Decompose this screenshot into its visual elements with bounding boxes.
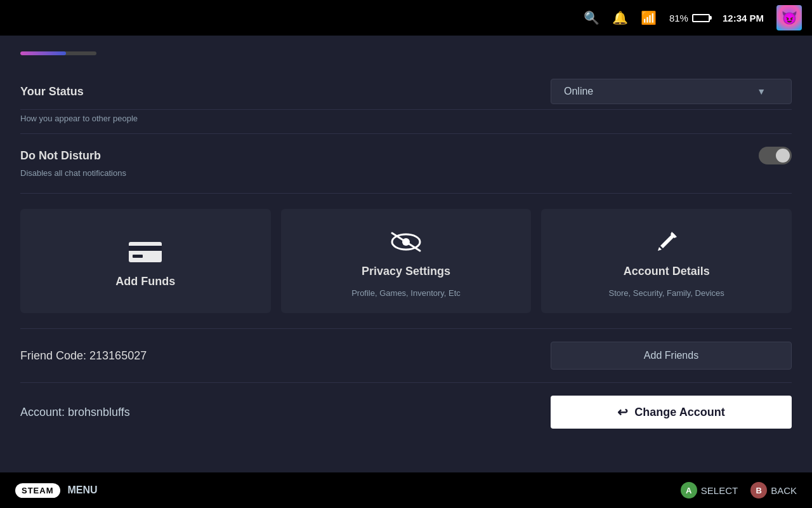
- back-label: BACK: [771, 485, 797, 496]
- dnd-row: Do Not Disturb: [20, 147, 792, 164]
- account-details-card[interactable]: Account Details Store, Security, Family,…: [541, 209, 792, 313]
- add-friends-button[interactable]: Add Friends: [551, 342, 792, 370]
- a-button: A: [681, 482, 697, 498]
- toggle-knob: [776, 149, 790, 163]
- account-details-subtitle: Store, Security, Family, Devices: [609, 288, 724, 298]
- progress-fill: [20, 51, 66, 55]
- account-section: Account: brohsnbluffs ↩ Change Account: [20, 383, 792, 441]
- status-description: How you appear to other people: [20, 110, 792, 133]
- change-account-label: Change Account: [634, 406, 724, 419]
- avatar[interactable]: 😈: [776, 5, 802, 30]
- select-control[interactable]: A SELECT: [681, 482, 738, 498]
- add-funds-title: Add Funds: [115, 275, 175, 288]
- dnd-section: Do Not Disturb Disables all chat notific…: [20, 134, 792, 194]
- steam-menu: STEAM MENU: [15, 483, 98, 498]
- wallet-icon: [128, 239, 163, 265]
- status-label: Your Status: [20, 85, 84, 98]
- bottom-bar: STEAM MENU A SELECT B BACK: [0, 472, 812, 508]
- cards-section: Add Funds Privacy Settings Profile, Game…: [20, 194, 792, 329]
- dnd-description: Disables all chat notifications: [20, 164, 792, 188]
- b-button: B: [750, 482, 767, 498]
- friend-code-label: Friend Code:: [20, 349, 86, 362]
- battery-icon: [692, 14, 710, 22]
- signal-icon: 📶: [641, 10, 657, 25]
- clock: 12:34 PM: [723, 13, 764, 23]
- privacy-settings-title: Privacy Settings: [362, 265, 450, 278]
- back-control[interactable]: B BACK: [750, 482, 797, 498]
- status-value: Online: [564, 86, 593, 97]
- select-label: SELECT: [701, 485, 738, 496]
- account-details-title: Account Details: [624, 265, 710, 278]
- add-funds-card[interactable]: Add Funds: [20, 209, 271, 313]
- progress-bar: [20, 51, 96, 55]
- svg-rect-2: [133, 255, 143, 258]
- battery-status: 81%: [669, 13, 710, 23]
- svg-rect-1: [129, 246, 162, 251]
- top-bar: 🔍 🔔 📶 81% 12:34 PM 😈: [0, 0, 812, 36]
- dnd-label: Do Not Disturb: [20, 149, 101, 163]
- bottom-controls: A SELECT B BACK: [681, 482, 797, 498]
- account-username: brohsnbluffs: [68, 406, 130, 418]
- menu-label: MENU: [68, 485, 98, 496]
- dnd-toggle[interactable]: [759, 147, 792, 164]
- notification-icon[interactable]: 🔔: [612, 10, 628, 25]
- battery-percent: 81%: [669, 13, 688, 23]
- account-label: Account: brohsnbluffs: [20, 406, 130, 419]
- search-icon[interactable]: 🔍: [584, 10, 599, 25]
- svg-rect-0: [129, 242, 162, 262]
- steam-badge[interactable]: STEAM: [15, 483, 60, 498]
- main-content: Your Status Online ▼ How you appear to o…: [0, 66, 812, 472]
- eye-slash-icon: [388, 229, 424, 255]
- change-account-button[interactable]: ↩ Change Account: [551, 396, 792, 429]
- friend-code-text: Friend Code: 213165027: [20, 349, 147, 363]
- privacy-settings-card[interactable]: Privacy Settings Profile, Games, Invento…: [281, 209, 532, 313]
- status-dropdown[interactable]: Online ▼: [551, 79, 792, 104]
- status-section: Your Status Online ▼: [20, 66, 792, 110]
- logout-icon: ↩: [617, 404, 628, 420]
- progress-section: [0, 36, 812, 66]
- chevron-down-icon: ▼: [757, 86, 766, 97]
- privacy-settings-subtitle: Profile, Games, Inventory, Etc: [351, 288, 461, 298]
- avatar-image: 😈: [776, 5, 802, 30]
- friend-code-section: Friend Code: 213165027 Add Friends: [20, 329, 792, 383]
- friend-code-value: 213165027: [89, 349, 147, 362]
- pencil-icon: [654, 229, 679, 255]
